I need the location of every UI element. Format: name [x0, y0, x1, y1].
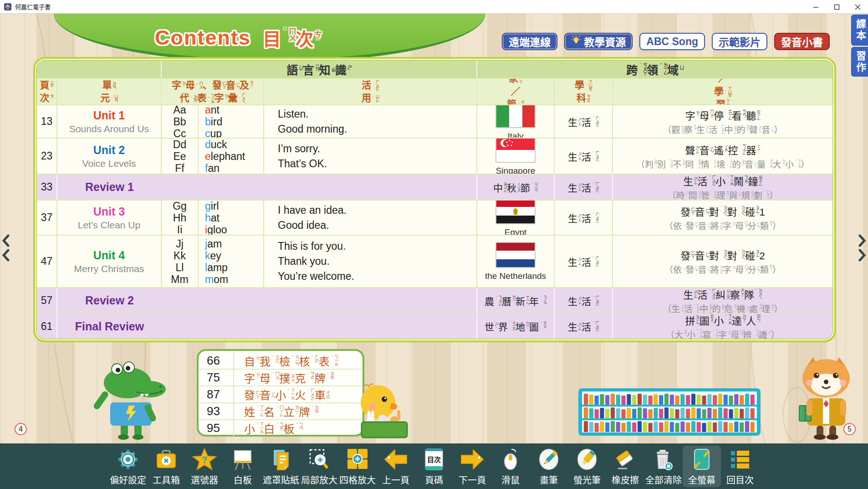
extras-page-number: 93 — [207, 404, 233, 418]
top-button-remote-connect[interactable]: 遠端連線 — [502, 33, 557, 50]
table-row-unit-1[interactable]: 13Unit 1Sounds Around UsAaBbCcantbirdcup… — [37, 104, 832, 138]
table-row-final-review[interactable]: 61Final Review世ㄕˋ界ㄐㄧㄝˋ地ㄉㄧˋ圖ㄊㄨˊ生ㄕㄥ活ㄏㄨㄛˊ拼ㄆ… — [37, 313, 832, 339]
toolbar-item-label: 上一頁 — [382, 473, 409, 486]
table-row-review-1[interactable]: 33Review 1中ㄓㄨㄥ秋ㄑㄧㄡ節ㄐㄧㄝˊ生ㄕㄥ活ㄏㄨㄛˊ生ㄕㄥ活ㄏㄨㄛˊ小… — [37, 174, 832, 200]
extras-title: 姓ㄒㄧㄥˋ名ㄇㄧㄥˊ立ㄌㄧˋ牌ㄆㄞˊ — [233, 403, 319, 419]
column-header-phrases: 生ㄕㄥ活ㄏㄨㄛˊ用ㄩㄥˋ語ㄩˇ — [264, 79, 477, 104]
toolbar-item-page-number[interactable]: 目次頁碼 — [415, 446, 453, 487]
highlighter-icon — [574, 447, 600, 472]
extras-list-item[interactable]: 66自ㄗˋ我ㄨㄛˇ檢ㄐㄧㄢˇ核ㄏㄜˊ表ㄅㄧㄠˇ — [199, 353, 363, 369]
fullscreen-icon — [689, 447, 715, 472]
table-row-review-2[interactable]: 57Review 2農ㄋㄨㄥˊ曆ㄌㄧˋ新ㄒㄧㄣ年ㄋㄧㄢˊ生ㄕㄥ活ㄏㄨㄛˊ生ㄕㄥ活… — [37, 287, 832, 313]
country-cell: 中ㄓㄨㄥ秋ㄑㄧㄡ節ㄐㄧㄝˊ — [477, 175, 555, 200]
toolbar-item-eraser[interactable]: 橡皮擦 — [606, 446, 644, 487]
page-back-chevron-bottom[interactable] — [1, 249, 11, 262]
star-question-icon: ? — [191, 447, 218, 472]
duck-character — [350, 382, 414, 441]
country-cell: the Netherlands — [477, 236, 555, 287]
toolbar-item-whiteboard[interactable]: 白板 — [224, 446, 262, 487]
page-cell: 33 — [37, 175, 57, 200]
letters-cell: AaBbCc — [162, 105, 199, 138]
top-button-phonics-book[interactable]: 發音小書 — [774, 33, 830, 50]
toolbar-item-label: 頁碼 — [425, 473, 443, 486]
table-row-unit-4[interactable]: 47Unit 4Merry ChristmasJjKkLlMmjamkeylam… — [37, 235, 832, 287]
activity-cell: 字ㄗˋ母ㄇㄨˇ停ㄊㄧㄥˊ看ㄎㄢˋ聽ㄊㄧㄥ（觀ㄍㄨㄢ察ㄔㄚˊ生ㄕㄥ活ㄏㄨㄛˊ中ㄓㄨ… — [613, 105, 832, 138]
page-forward-chevron-top[interactable] — [857, 234, 867, 247]
table-row-unit-2[interactable]: 23Unit 2Voice LevelsDdEeFfduckelephantfa… — [37, 138, 832, 174]
extras-list-item[interactable]: 75字ㄗˋ母ㄇㄨˇ撲ㄆㄨ克ㄎㄜˋ牌ㄆㄞˊ — [199, 369, 363, 386]
toolbar-item-back-to-toc[interactable]: 回目次 — [721, 446, 759, 487]
extras-page-number: 75 — [207, 371, 233, 385]
toolbar-item-label: 白板 — [234, 473, 252, 486]
page-cell: 13 — [37, 105, 57, 138]
app-window: 何嘉仁電子書 Contents — [0, 0, 868, 489]
letters-cell: JjKkLlMm — [162, 236, 199, 287]
crocodile-character — [89, 355, 175, 441]
toolbar-item-clear-all[interactable]: 全部清除 — [644, 446, 683, 487]
page-cell: 37 — [37, 201, 57, 235]
toolbar-item-number-picker[interactable]: ?選號器 — [185, 446, 224, 487]
page-forward-chevron-bottom[interactable] — [857, 249, 867, 262]
contents-title-en: Contents — [155, 26, 251, 50]
activity-cell: 拼ㄆㄧㄣ圖ㄊㄨˊ小ㄒㄧㄠˇ達ㄉㄚˊ人ㄖㄣˊ（大ㄉㄚˋ小ㄒㄧㄠˇ寫ㄒㄧㄝˇ字ㄗˋ母… — [613, 314, 832, 339]
side-tab-workbook[interactable]: 習作 — [851, 47, 868, 77]
top-button-label: 發音小書 — [781, 34, 823, 49]
activity-cell: 生ㄕㄥ活ㄏㄨㄛˊ小ㄒㄧㄠˇ鬧ㄋㄠˋ鐘ㄓㄨㄥ（時ㄕˊ間ㄐㄧㄢ管ㄍㄨㄢˇ理ㄌㄧˇ與ㄩ… — [613, 175, 832, 200]
toolbar-item-prev-page[interactable]: 上一頁 — [377, 446, 415, 487]
extras-list-item[interactable]: 93姓ㄒㄧㄥˋ名ㄇㄧㄥˊ立ㄌㄧˋ牌ㄆㄞˊ — [199, 402, 363, 419]
right-page-badge: 5 — [843, 423, 856, 435]
table-row-unit-3[interactable]: 37Unit 3Let’s Clean UpGgHhIigirlhatigloo… — [37, 200, 832, 235]
bookshelf-illustration — [578, 388, 761, 438]
four-grid-zoom-icon — [344, 447, 371, 472]
contents-table: 語ㄩˇ言ㄧㄢˊ知ㄓ識ㄕˋ跨ㄎㄨㄚˋ領ㄌㄧㄥˇ域ㄩˋ頁ㄧㄝˋ次ㄘˋ單ㄉㄢ元ㄩㄢˊ字… — [33, 57, 836, 342]
easel-icon — [230, 447, 256, 472]
table-group-header-row: 語ㄩˇ言ㄧㄢˊ知ㄓ識ㄕˋ跨ㄎㄨㄚˋ領ㄌㄧㄥˇ域ㄩˋ — [37, 61, 832, 78]
subject-cell: 生ㄕㄥ活ㄏㄨㄛˊ — [555, 288, 613, 313]
extras-page-number: 66 — [207, 354, 233, 368]
toolbar-item-fullscreen[interactable]: 全螢幕 — [683, 446, 721, 487]
close-button[interactable] — [847, 0, 868, 14]
column-header-page: 頁ㄧㄝˋ次ㄘˋ — [37, 79, 57, 104]
extras-list-item[interactable]: 87發ㄈㄚ音ㄧㄣ小ㄒㄧㄠˇ火ㄏㄨㄛˇ車ㄔㄜ — [199, 386, 363, 402]
column-header-letters: 字ㄗˋ母ㄇㄨˇ、發ㄈㄚ音ㄧㄣ及ㄐㄧˊ代ㄉㄞˋ表ㄅㄧㄠˇ字ㄗˋ彙ㄏㄨㄟˋ — [162, 79, 264, 104]
trash-icon — [650, 447, 677, 472]
contents-title-zh: 目ㄇㄨˋ次ㄘˋ — [263, 25, 321, 51]
toolbar-item-label: 螢光筆 — [573, 473, 601, 486]
column-header-activity: 活ㄏㄨㄛˊ動ㄉㄨㄥˋ／學ㄒㄩㄝˊ習ㄒㄧˊ策ㄘㄜˋ略ㄌㄩㄝˋ — [613, 79, 832, 104]
top-button-teaching-resources[interactable]: 教學資源 — [564, 33, 633, 50]
svg-text:?: ? — [202, 455, 207, 465]
toolbar-item-next-page[interactable]: 下一頁 — [453, 446, 491, 487]
column-header-country: 國ㄍㄨㄛˊ家ㄐㄧㄚ／節ㄐㄧㄝˊ慶ㄑㄧㄥˋ — [477, 79, 555, 104]
toolbar-item-label: 局部放大 — [301, 473, 337, 486]
top-button-demo-video[interactable]: 示範影片 — [712, 33, 767, 50]
window-title: 何嘉仁電子書 — [15, 2, 51, 11]
side-tab-textbook[interactable]: 課本 — [851, 15, 868, 46]
page-back-chevron-top[interactable] — [1, 234, 11, 247]
pen-icon — [536, 447, 562, 472]
toolbar-item-toolbox[interactable]: 工具箱 — [147, 446, 185, 487]
activity-cell: 生ㄕㄥ活ㄏㄨㄛˊ糾ㄐㄧㄡ察ㄔㄚˊ隊ㄉㄨㄟˋ（生ㄕㄥ活ㄏㄨㄛˊ中ㄓㄨㄥ的ㄉㄜ˙危ㄨ… — [613, 288, 832, 313]
toolbar-item-pen[interactable]: 畫筆 — [530, 446, 568, 487]
maximize-button[interactable] — [826, 0, 847, 14]
left-page-badge: 4 — [15, 423, 27, 435]
top-button-abc-song[interactable]: ABC Song — [639, 33, 705, 50]
toolbar-item-mask-sticker[interactable]: 遮罩貼紙 — [262, 446, 300, 487]
extras-page-list: 66自ㄗˋ我ㄨㄛˇ檢ㄐㄧㄢˇ核ㄏㄜˊ表ㄅㄧㄠˇ75字ㄗˋ母ㄇㄨˇ撲ㄆㄨ克ㄎㄜˋ牌… — [197, 349, 364, 437]
toolbar-item-partial-zoom[interactable]: 局部放大 — [300, 446, 338, 487]
toolbar-item-preferences[interactable]: 偏好設定 — [109, 446, 147, 487]
column-header-subject: 學ㄒㄩㄝˊ科ㄎㄜ — [555, 79, 613, 104]
minimize-button[interactable] — [805, 0, 826, 14]
eraser-icon — [612, 447, 638, 472]
activity-cell: 聲ㄕㄥ音ㄧㄣ遙ㄧㄠˊ控ㄎㄨㄥˋ器ㄑㄧˋ（判ㄆㄢˋ別ㄅㄧㄝˊ不ㄅㄨˋ同ㄊㄨㄥˊ情ㄑ… — [613, 139, 832, 174]
subject-cell: 生ㄕㄥ活ㄏㄨㄛˊ — [555, 175, 613, 200]
extras-list-item[interactable]: 95小ㄒㄧㄠˇ白ㄅㄞˊ板ㄅㄢˇ — [199, 419, 363, 436]
subject-cell: 生ㄕㄥ活ㄏㄨㄛˊ — [555, 314, 613, 339]
top-button-label: 教學資源 — [584, 34, 626, 49]
group-header-language: 語ㄩˇ言ㄧㄢˊ知ㄓ識ㄕˋ — [162, 61, 477, 78]
unit-cell: Unit 1Sounds Around Us — [57, 105, 162, 138]
toolbar-item-quad-zoom[interactable]: 四格放大 — [338, 446, 377, 487]
letters-cell: DdEeFf — [162, 139, 199, 174]
toolbar-item-mouse[interactable]: 滑鼠 — [491, 446, 530, 487]
toolbar-item-label: 畫筆 — [540, 473, 558, 486]
toolbar-item-highlighter[interactable]: 螢光筆 — [568, 446, 606, 487]
